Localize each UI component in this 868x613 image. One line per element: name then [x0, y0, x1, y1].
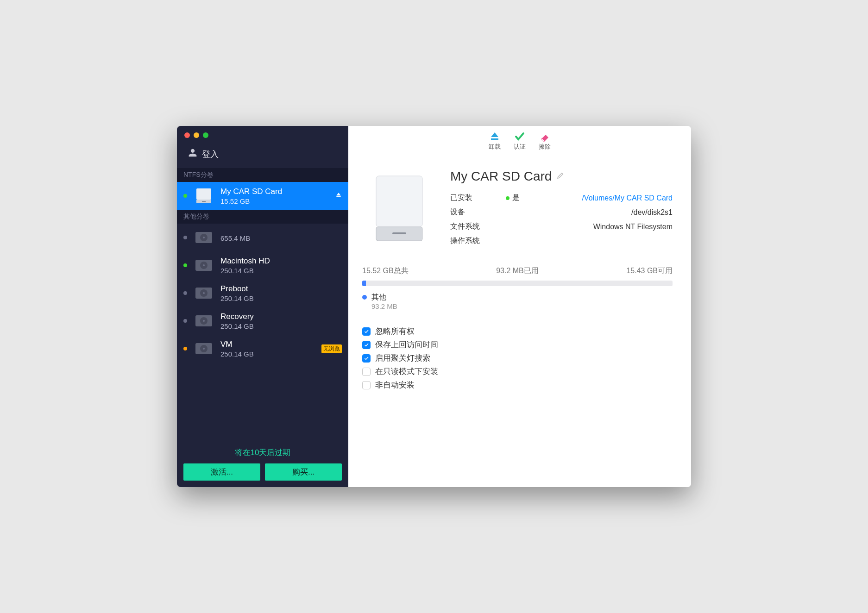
- volume-text: Macintosh HD 250.14 GB: [220, 256, 270, 275]
- no-browse-badge: 无浏览: [321, 344, 342, 353]
- minimize-window-button[interactable]: [194, 132, 199, 138]
- status-dot-icon: [183, 263, 187, 267]
- svg-rect-3: [336, 196, 340, 197]
- checkbox-icon[interactable]: [362, 327, 371, 336]
- svg-point-12: [203, 292, 205, 294]
- filesystem-value: Windows NT Filesystem: [543, 223, 673, 231]
- sidebar-volume-recovery[interactable]: Recovery 250.14 GB: [177, 307, 348, 335]
- verify-button[interactable]: 认证: [514, 131, 526, 151]
- option-save-access-time[interactable]: 保存上回访问时间: [362, 339, 673, 350]
- mounted-label: 已安装: [450, 193, 506, 203]
- status-dot-icon: [183, 319, 187, 323]
- checkbox-icon[interactable]: [362, 354, 371, 363]
- option-label: 在只读模式下安装: [375, 366, 438, 377]
- space-progress-fill: [362, 281, 366, 286]
- volume-text: 655.4 MB: [220, 233, 250, 242]
- svg-rect-20: [376, 176, 422, 227]
- volume-text: VM 250.14 GB: [220, 340, 254, 358]
- option-ignore-ownership[interactable]: 忽略所有权: [362, 326, 673, 337]
- option-label: 启用聚关灯搜索: [375, 353, 430, 363]
- activate-button[interactable]: 激活...: [183, 463, 260, 481]
- checkbox-icon[interactable]: [362, 381, 371, 389]
- user-icon: [188, 148, 197, 160]
- option-spotlight-search[interactable]: 启用聚关灯搜索: [362, 353, 673, 363]
- filesystem-label: 文件系统: [450, 222, 506, 231]
- app-window: 登入 NTFS分卷 My CAR SD Card 15.52 GB 其他分卷: [177, 126, 691, 487]
- svg-point-6: [203, 237, 205, 238]
- sidebar: 登入 NTFS分卷 My CAR SD Card 15.52 GB 其他分卷: [177, 126, 348, 487]
- svg-rect-19: [491, 138, 498, 140]
- window-controls: [177, 126, 348, 143]
- option-label: 保存上回访问时间: [375, 339, 438, 350]
- login-button[interactable]: 登入: [177, 143, 348, 168]
- space-progress-bar: [362, 281, 673, 286]
- volume-name: Preboot: [220, 284, 254, 294]
- drive-illustration: [362, 169, 436, 248]
- os-label: 操作系统: [450, 236, 506, 246]
- status-dot-icon: [183, 291, 187, 295]
- eraser-icon: [539, 131, 551, 142]
- internal-drive-icon: [194, 284, 214, 302]
- svg-point-15: [203, 320, 205, 322]
- status-dot-icon: [183, 236, 187, 239]
- category-name: 其他: [371, 293, 397, 302]
- verify-label: 认证: [514, 143, 526, 151]
- volume-text: My CAR SD Card 15.52 GB: [220, 187, 282, 205]
- toolbar: 卸载 认证 擦除: [348, 126, 691, 155]
- sidebar-volume-sdcard[interactable]: My CAR SD Card 15.52 GB: [177, 182, 348, 210]
- space-free: 15.43 GB可用: [626, 266, 673, 276]
- mounted-status: 是: [506, 193, 543, 203]
- sidebar-volume-preboot[interactable]: Preboot 250.14 GB: [177, 279, 348, 307]
- external-drive-icon: [194, 187, 214, 205]
- status-dot-icon: [506, 196, 509, 200]
- volume-details: My CAR SD Card 已安装 是 /Volumes/My CAR SD …: [450, 169, 673, 248]
- svg-point-9: [203, 264, 205, 266]
- main-panel: 卸载 认证 擦除: [348, 126, 691, 487]
- edit-name-button[interactable]: [556, 171, 565, 181]
- ntfs-section-header: NTFS分卷: [177, 168, 348, 182]
- volume-size: 250.14 GB: [220, 322, 254, 330]
- checkbox-icon[interactable]: [362, 341, 371, 349]
- trial-expiry-text: 将在10天后过期: [183, 447, 342, 458]
- checkbox-icon[interactable]: [362, 368, 371, 376]
- category-size: 93.2 MB: [371, 302, 397, 310]
- svg-point-18: [203, 348, 205, 350]
- volume-size: 250.14 GB: [220, 294, 254, 302]
- volume-text: Preboot 250.14 GB: [220, 284, 254, 302]
- check-icon: [514, 131, 526, 142]
- option-label: 忽略所有权: [375, 326, 415, 337]
- internal-drive-icon: [194, 312, 214, 330]
- sidebar-volume-vm[interactable]: VM 250.14 GB 无浏览: [177, 335, 348, 363]
- sidebar-volume-macintosh-hd[interactable]: Macintosh HD 250.14 GB: [177, 251, 348, 279]
- status-dot-icon: [183, 347, 187, 350]
- sidebar-volume-unnamed[interactable]: 655.4 MB: [177, 224, 348, 251]
- volume-size: 655.4 MB: [220, 234, 250, 242]
- option-readonly-mount[interactable]: 在只读模式下安装: [362, 366, 673, 377]
- content-area: My CAR SD Card 已安装 是 /Volumes/My CAR SD …: [348, 155, 691, 400]
- volume-size: 250.14 GB: [220, 267, 270, 275]
- login-label: 登入: [202, 149, 219, 160]
- option-label: 非自动安装: [375, 380, 415, 390]
- status-dot-icon: [183, 194, 187, 198]
- category-dot-icon: [362, 295, 367, 300]
- mount-path-link[interactable]: /Volumes/My CAR SD Card: [543, 194, 673, 202]
- device-value: /dev/disk2s1: [543, 208, 673, 217]
- space-category-other: 其他 93.2 MB: [362, 293, 673, 310]
- buy-button[interactable]: 购买...: [265, 463, 342, 481]
- close-window-button[interactable]: [184, 132, 190, 138]
- option-no-automount[interactable]: 非自动安装: [362, 380, 673, 390]
- other-section-header: 其他分卷: [177, 210, 348, 224]
- volume-title: My CAR SD Card: [450, 169, 552, 184]
- space-total: 15.52 GB总共: [362, 266, 409, 276]
- erase-label: 擦除: [539, 143, 551, 151]
- maximize-window-button[interactable]: [203, 132, 208, 138]
- eject-button[interactable]: [335, 192, 342, 200]
- erase-button[interactable]: 擦除: [539, 131, 551, 151]
- internal-drive-icon: [194, 256, 214, 275]
- volume-name: Macintosh HD: [220, 256, 270, 266]
- sidebar-footer: 将在10天后过期 激活... 购买...: [177, 441, 348, 487]
- unmount-button[interactable]: 卸载: [489, 131, 501, 151]
- volume-name: My CAR SD Card: [220, 187, 282, 196]
- volume-text: Recovery 250.14 GB: [220, 312, 254, 330]
- svg-rect-2: [202, 201, 206, 202]
